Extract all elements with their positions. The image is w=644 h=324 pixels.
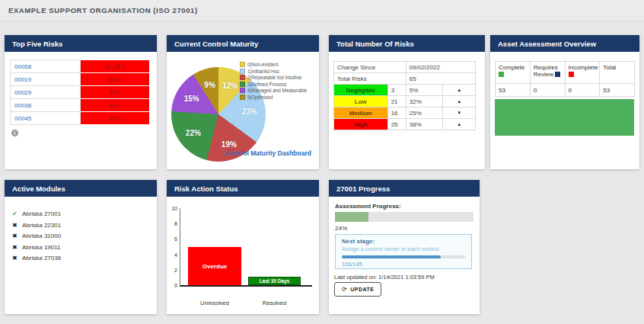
panel-title-risk-action-status: Risk Action Status <box>167 180 319 197</box>
asset-assessment-table: Complete Requires Review Incomplete Tota… <box>495 61 635 97</box>
bar-label: Last 30 Days <box>248 277 301 285</box>
pie-slice-label: 23% <box>242 107 257 116</box>
table-row: 0001920 = <box>11 73 150 86</box>
y-axis-tick-label: 6 <box>174 236 177 242</box>
table-row: Low2132%▲ <box>334 96 476 107</box>
pie-slice-label: 9% <box>204 80 215 88</box>
next-stage-title: Next stage: <box>342 238 465 245</box>
risk-id-link[interactable]: 00029 <box>11 86 81 99</box>
table-row: 530053 <box>496 84 635 97</box>
risk-id-link[interactable]: 00036 <box>11 99 81 112</box>
legend-swatch <box>240 88 245 93</box>
next-stage-progress-bar <box>342 255 465 258</box>
risk-id-link[interactable]: 00045 <box>11 112 81 125</box>
cross-icon: ✖ <box>12 244 20 251</box>
module-label: Abriska 19011 <box>22 244 61 251</box>
legend-item: 1|Initial/Ad Hoc <box>240 69 317 74</box>
risk-id-link[interactable]: 00058 <box>11 60 81 73</box>
asset-column-header: Total <box>600 62 635 84</box>
change-since-label: Change Since <box>334 62 406 73</box>
legend-swatch <box>240 69 245 74</box>
bar-unresolved: Overdue <box>188 247 241 286</box>
module-list: ✔Abriska 27001✖Abriska 22301✖Abriska 310… <box>12 210 61 266</box>
pie-slice-label: 12% <box>222 81 238 89</box>
maturity-legend: 0|Non-existent1|Initial/Ad Hoc2|Repeatab… <box>240 62 317 101</box>
panel-title-active-modules: Active Modules <box>5 180 157 197</box>
assessment-progress-label: Assessment Progress: <box>335 203 401 210</box>
update-button-label: UPDATE <box>350 287 374 292</box>
pie-slice-label: 19% <box>222 140 237 148</box>
y-axis-tick-label: 8 <box>174 221 177 226</box>
legend-item: 4|Managed and Measurable <box>240 88 317 93</box>
list-item: ✖Abriska 31000 <box>12 233 61 239</box>
panel-active-modules: Active Modules ✔Abriska 27001✖Abriska 22… <box>5 180 157 314</box>
last-updated-text: Last updated on: 1/14/2021 1:03:59 PM <box>334 274 435 281</box>
module-label: Abriska 22301 <box>22 222 61 229</box>
next-stage-description: Assign a control owner to each control. <box>342 245 465 252</box>
trend-arrow-icon: ▲ <box>443 119 476 130</box>
asset-column-header: Complete <box>496 62 531 84</box>
trend-arrow-icon: ▲ <box>443 85 476 96</box>
module-label: Abriska 27036 <box>22 255 61 261</box>
panel-title-total-risks: Total Number Of Risks <box>329 35 485 52</box>
total-risks-table-body: Negligible35%▲Low2132%▲Medium1625%▼High2… <box>334 85 476 130</box>
top-risks-table-body: 0005821.25 =0001920 =0002920 =0003620 =0… <box>11 60 150 125</box>
legend-label: 1|Initial/Ad Hoc <box>247 69 279 74</box>
trend-arrow-icon: ▲ <box>443 96 476 107</box>
table-row: Medium1625%▼ <box>334 107 476 119</box>
risk-score-cell: 20 = <box>80 112 150 125</box>
legend-swatch <box>240 82 245 87</box>
table-row: Change Since 09/02/2022 <box>334 62 476 73</box>
status-swatch-icon <box>555 72 560 77</box>
next-stage-count: 116/145 <box>342 261 465 268</box>
risk-count-cell: 16 <box>387 107 406 119</box>
legend-label: 3|Defined Process <box>247 82 286 87</box>
list-item: ✔Abriska 27001 <box>12 210 61 217</box>
x-axis-category-label: Unresolved <box>200 300 229 306</box>
legend-item: 0|Non-existent <box>240 62 317 67</box>
panel-asset-assessment: Asset Assessment Overview Complete Requi… <box>490 35 639 169</box>
bar-resolved: Last 30 Days <box>249 277 300 285</box>
cross-icon: ✖ <box>12 255 20 261</box>
table-row: Negligible35%▲ <box>334 85 476 96</box>
top-app-bar: EXAMPLE SUPPORT ORGANISATION (ISO 27001) <box>0 0 644 21</box>
risk-count-cell: 25 <box>387 119 406 130</box>
risk-score-cell: 20 = <box>80 73 150 86</box>
panel-title-top-five-risks: Top Five Risks <box>5 35 157 52</box>
control-maturity-dashboard-link[interactable]: Control Maturity Dashboard <box>226 149 311 157</box>
module-label: Abriska 31000 <box>22 233 61 239</box>
y-axis-tick-label: 4 <box>174 252 177 257</box>
asset-count-cell: 0 <box>530 84 565 97</box>
info-icon[interactable]: i <box>11 130 18 136</box>
risk-score-cell: 21.25 = <box>80 60 150 73</box>
legend-item: 5|Optimised <box>240 95 317 100</box>
asset-count-cell: 53 <box>496 84 531 97</box>
legend-label: 5|Optimised <box>247 95 273 100</box>
update-button[interactable]: ⟳ UPDATE <box>334 282 381 297</box>
y-axis-tick-label: 0 <box>174 283 177 288</box>
y-axis-tick-label: 2 <box>174 267 177 272</box>
legend-swatch <box>240 75 245 80</box>
bar-label: Overdue <box>188 262 241 269</box>
risk-level-cell: High <box>334 119 388 130</box>
pie-slice-label: 22% <box>186 129 201 137</box>
page-title: EXAMPLE SUPPORT ORGANISATION (ISO 27001) <box>8 6 198 14</box>
risk-percent-cell: 38% <box>406 119 442 130</box>
asset-column-header: Requires Review <box>530 62 565 84</box>
next-stage-box: Next stage: Assign a control owner to ea… <box>335 234 472 269</box>
legend-swatch <box>240 62 245 67</box>
assessment-progress-fill <box>335 212 368 222</box>
table-row: Total Risks 65 <box>334 73 476 85</box>
legend-item: 3|Defined Process <box>240 82 317 87</box>
risk-id-link[interactable]: 00019 <box>11 73 81 86</box>
asset-complete-bar <box>495 99 634 136</box>
table-row: 0002920 = <box>11 86 150 99</box>
table-row: 0003620 = <box>11 99 150 112</box>
asset-count-cell: 53 <box>600 84 635 97</box>
legend-label: 4|Managed and Measurable <box>247 88 307 93</box>
list-item: ✖Abriska 27036 <box>12 255 61 261</box>
check-icon: ✔ <box>12 210 20 217</box>
list-item: ✖Abriska 19011 <box>12 244 61 251</box>
panel-control-maturity: Current Control Maturity 12%23%19%22%15%… <box>167 35 319 169</box>
legend-label: 2|Repeatable but Intuitive <box>247 75 301 80</box>
